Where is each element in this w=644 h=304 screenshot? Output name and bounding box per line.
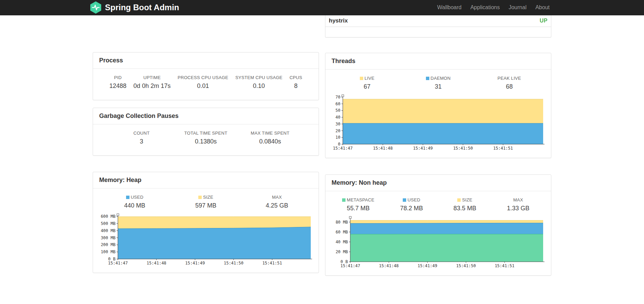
memory-nonheap-panel: Memory: Non heap METASPACE 55.7 MB USED … bbox=[325, 174, 551, 276]
svg-text:20 MB: 20 MB bbox=[336, 249, 348, 254]
brand-logo-icon bbox=[90, 1, 102, 14]
status-panel-spacer bbox=[325, 27, 551, 37]
stat-heap-max: MAX 4.25 GB bbox=[241, 195, 312, 209]
svg-text:60 MB: 60 MB bbox=[336, 230, 348, 234]
application-status-row[interactable]: hystrix UP bbox=[325, 15, 551, 27]
stat-nonheap-size: SIZE 83.5 MB bbox=[438, 197, 492, 212]
navbar: Spring Boot Admin Wallboard Applications… bbox=[0, 0, 644, 15]
svg-text:70: 70 bbox=[336, 95, 340, 100]
stat-pid: PID 12488 bbox=[109, 75, 126, 90]
gc-panel: Garbage Collection Pauses COUNT 3 TOTAL … bbox=[93, 108, 319, 156]
nav-link-about[interactable]: About bbox=[531, 4, 554, 11]
gc-panel-title: Garbage Collection Pauses bbox=[93, 108, 319, 124]
legend-swatch-daemon bbox=[426, 77, 429, 80]
threads-panel: Threads LIVE 67 DAEMON 31 PEAK LIVE 68 bbox=[325, 53, 551, 158]
process-panel: Process PID 12488 UPTIME 0d 0h 2m 17s PR… bbox=[93, 52, 319, 100]
process-panel-title: Process bbox=[93, 52, 319, 69]
memory-nonheap-chart: 0 B20 MB40 MB60 MB80 MB15:41:4715:41:481… bbox=[329, 215, 547, 270]
application-status-panel: hystrix UP bbox=[325, 15, 551, 37]
legend-swatch-metaspace bbox=[342, 198, 346, 202]
svg-text:15:41:49: 15:41:49 bbox=[418, 263, 438, 268]
stat-process-cpu: PROCESS CPU USAGE 0.01 bbox=[178, 75, 228, 90]
gc-stats: COUNT 3 TOTAL TIME SPENT 0.1380s MAX TIM… bbox=[93, 124, 319, 155]
threads-panel-title: Threads bbox=[325, 53, 551, 70]
svg-text:15:41:48: 15:41:48 bbox=[147, 261, 166, 265]
svg-text:15:41:49: 15:41:49 bbox=[185, 261, 205, 265]
nonheap-legend: METASPACE 55.7 MB USED 78.2 MB SIZE 83.5… bbox=[328, 196, 548, 212]
svg-text:15:41:47: 15:41:47 bbox=[333, 146, 353, 151]
svg-text:15:41:49: 15:41:49 bbox=[413, 146, 433, 151]
nav-link-applications[interactable]: Applications bbox=[466, 4, 504, 11]
legend-swatch-used bbox=[403, 198, 406, 202]
stat-gc-max-time: MAX TIME SPENT 0.0840s bbox=[238, 131, 302, 145]
stat-heap-size: SIZE 597 MB bbox=[170, 195, 242, 209]
stat-system-cpu: SYSTEM CPU USAGE 0.10 bbox=[235, 75, 282, 90]
svg-text:200 MB: 200 MB bbox=[101, 242, 116, 247]
stat-threads-peak: PEAK LIVE 68 bbox=[474, 76, 545, 90]
heap-legend: USED 440 MB SIZE 597 MB MAX 4.25 GB bbox=[96, 193, 316, 209]
svg-text:15:41:51: 15:41:51 bbox=[262, 261, 282, 265]
svg-text:15:41:51: 15:41:51 bbox=[493, 146, 513, 151]
process-stats: PID 12488 UPTIME 0d 0h 2m 17s PROCESS CP… bbox=[93, 69, 319, 100]
svg-text:15:41:50: 15:41:50 bbox=[453, 146, 473, 151]
memory-heap-title: Memory: Heap bbox=[93, 172, 319, 188]
svg-text:10: 10 bbox=[336, 135, 340, 140]
stat-nonheap-used: USED 78.2 MB bbox=[385, 197, 439, 212]
threads-chart: 01020304050607015:41:4715:41:4815:41:491… bbox=[329, 94, 547, 152]
memory-heap-panel: Memory: Heap USED 440 MB SIZE 597 MB MAX… bbox=[93, 172, 319, 273]
svg-text:15:41:48: 15:41:48 bbox=[373, 146, 393, 151]
svg-text:500 MB: 500 MB bbox=[101, 221, 116, 226]
content: Process PID 12488 UPTIME 0d 0h 2m 17s PR… bbox=[93, 15, 551, 276]
svg-text:15:41:48: 15:41:48 bbox=[379, 263, 399, 268]
svg-text:50: 50 bbox=[336, 108, 340, 113]
stat-nonheap-metaspace: METASPACE 55.7 MB bbox=[332, 197, 385, 212]
svg-text:15:41:47: 15:41:47 bbox=[340, 263, 360, 268]
nav-link-journal[interactable]: Journal bbox=[504, 4, 531, 11]
svg-text:30: 30 bbox=[336, 122, 340, 126]
status-badge: UP bbox=[540, 18, 548, 24]
nav-link-wallboard[interactable]: Wallboard bbox=[433, 4, 466, 11]
svg-text:15:41:47: 15:41:47 bbox=[108, 261, 128, 265]
application-name: hystrix bbox=[329, 17, 348, 24]
right-column: hystrix UP Threads LIVE 67 DAEMON 31 bbox=[325, 15, 551, 276]
svg-text:15:41:51: 15:41:51 bbox=[495, 263, 515, 268]
legend-swatch-used bbox=[126, 196, 129, 199]
memory-heap-chart: 0 B100 MB200 MB300 MB400 MB500 MB600 MB1… bbox=[97, 213, 315, 267]
stat-nonheap-max: MAX 1.33 GB bbox=[492, 197, 545, 212]
svg-text:20: 20 bbox=[336, 128, 340, 133]
stat-uptime: UPTIME 0d 0h 2m 17s bbox=[134, 75, 171, 90]
brand-link[interactable]: Spring Boot Admin bbox=[90, 1, 179, 14]
svg-text:40: 40 bbox=[336, 115, 340, 120]
brand-title: Spring Boot Admin bbox=[105, 3, 179, 12]
legend-swatch-size bbox=[457, 198, 461, 202]
legend-swatch-live bbox=[360, 77, 363, 80]
threads-legend: LIVE 67 DAEMON 31 PEAK LIVE 68 bbox=[328, 74, 548, 90]
svg-text:300 MB: 300 MB bbox=[101, 235, 116, 240]
stat-cpus: CPUS 8 bbox=[290, 75, 302, 90]
memory-nonheap-title: Memory: Non heap bbox=[325, 175, 551, 191]
svg-text:40 MB: 40 MB bbox=[336, 240, 348, 244]
stat-threads-live: LIVE 67 bbox=[332, 76, 403, 90]
svg-text:15:41:50: 15:41:50 bbox=[224, 261, 244, 265]
svg-text:600 MB: 600 MB bbox=[101, 214, 116, 219]
stat-gc-total-time: TOTAL TIME SPENT 0.1380s bbox=[174, 131, 238, 145]
legend-swatch-size bbox=[198, 196, 202, 199]
svg-text:80 MB: 80 MB bbox=[336, 220, 348, 225]
stat-threads-daemon: DAEMON 31 bbox=[403, 76, 474, 90]
svg-text:60: 60 bbox=[336, 102, 340, 106]
svg-text:15:41:50: 15:41:50 bbox=[456, 263, 476, 268]
stat-gc-count: COUNT 3 bbox=[109, 131, 174, 145]
main-nav: Wallboard Applications Journal About bbox=[433, 4, 554, 11]
stat-heap-used: USED 440 MB bbox=[99, 195, 170, 209]
svg-text:100 MB: 100 MB bbox=[101, 249, 116, 254]
svg-text:400 MB: 400 MB bbox=[101, 228, 116, 233]
left-column: Process PID 12488 UPTIME 0d 0h 2m 17s PR… bbox=[93, 15, 319, 276]
